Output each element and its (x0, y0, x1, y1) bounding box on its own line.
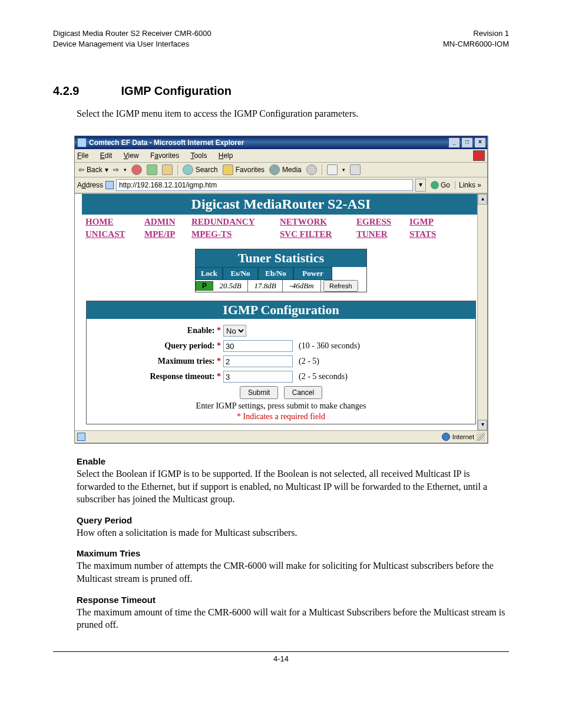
tuner-refresh-button[interactable] (323, 280, 358, 292)
cancel-button[interactable] (284, 386, 322, 399)
search-icon (183, 164, 193, 175)
internet-zone-label: Internet (452, 433, 474, 440)
desc-query-text: How often a solicitation is made for Mul… (77, 526, 509, 539)
tuner-lock-value: P (196, 281, 213, 291)
menu-edit[interactable]: Edit (100, 151, 113, 160)
menu-view[interactable]: View (124, 151, 139, 160)
query-period-input[interactable] (223, 340, 293, 352)
mail-icon[interactable] (327, 164, 338, 175)
home-icon[interactable] (162, 164, 173, 175)
header-right-2: MN-CMR6000-IOM (443, 39, 509, 50)
links-button[interactable]: Links » (455, 181, 485, 189)
section-number: 4.2.9 (53, 84, 118, 98)
address-input[interactable] (116, 179, 413, 191)
browser-window: Comtech EF Data - Microsoft Internet Exp… (74, 136, 488, 443)
response-timeout-input[interactable] (223, 371, 293, 383)
tuner-col-ebno: Eb/No (258, 267, 293, 280)
nav-network[interactable]: NETWORK (276, 216, 353, 228)
stop-icon[interactable] (131, 164, 142, 175)
desc-enable-heading: Enable (77, 456, 509, 466)
footer-rule (53, 651, 509, 652)
go-button[interactable]: Go (428, 181, 452, 189)
nav-admin[interactable]: ADMIN (141, 216, 188, 228)
section-heading: 4.2.9 IGMP Configuration (53, 84, 509, 98)
header-left-2: Device Management via User Interfaces (53, 39, 211, 50)
maximize-button[interactable]: □ (461, 137, 473, 148)
browser-statusbar: Internet (75, 430, 487, 443)
desc-tries-heading: Maximum Tries (77, 548, 509, 558)
minimize-button[interactable]: _ (448, 137, 460, 148)
vertical-scrollbar[interactable]: ▴ ▾ (477, 194, 487, 430)
query-hint: (10 - 360 seconds) (299, 341, 360, 351)
tuner-ebno-value: 17.8dB (248, 280, 283, 292)
media-icon (269, 164, 280, 175)
nav-unicast[interactable]: UNICAST (82, 228, 141, 241)
tuner-col-esno: Es/No (223, 267, 258, 280)
desc-tries-text: The maximum number of attempts the CMR-6… (77, 559, 509, 585)
descriptions: Enable Select the Boolean if IGMP is to … (77, 456, 509, 631)
nav-stats[interactable]: STATS (406, 228, 453, 241)
titlebar: Comtech EF Data - Microsoft Internet Exp… (75, 136, 487, 149)
tuner-esno-value: 20.5dB (213, 280, 248, 292)
page-number: 4-14 (53, 654, 509, 663)
nav-redundancy[interactable]: REDUNDANCY (188, 216, 276, 228)
nav-home[interactable]: HOME (82, 216, 141, 228)
igmp-config-panel: IGMP Configuration Enable: * No Query pe… (86, 301, 476, 424)
menubar: File Edit View Favorites Tools Help (75, 149, 487, 163)
scroll-down-button[interactable]: ▾ (478, 420, 487, 430)
intro-text: Select the IGMP menu item to access the … (77, 108, 509, 119)
submit-button[interactable] (240, 386, 278, 399)
nav-egress[interactable]: EGRESS (353, 216, 406, 228)
print-icon[interactable] (350, 164, 361, 175)
tuner-col-lock: Lock (196, 267, 223, 280)
resize-grip-icon[interactable] (477, 433, 485, 441)
tuner-col-power: Power (293, 267, 332, 280)
required-note: * Indicates a required field (91, 412, 471, 421)
menu-tools[interactable]: Tools (190, 151, 207, 160)
desc-timeout-text: The maximum amount of time the CMR-6000 … (77, 606, 509, 631)
favorites-icon (223, 164, 233, 175)
address-dropdown-button[interactable]: ▾ (415, 179, 426, 192)
refresh-icon[interactable] (147, 164, 157, 175)
header-right-1: Revision 1 (443, 28, 509, 39)
desc-timeout-heading: Response Timeout (77, 595, 509, 605)
nav-mpegts[interactable]: MPEG-TS (188, 228, 276, 241)
query-label: Query period: (164, 341, 214, 350)
forward-button[interactable]: ⇨ (113, 166, 119, 174)
window-title: Comtech EF Data - Microsoft Internet Exp… (89, 139, 244, 147)
tries-label: Maximum tries: (158, 357, 215, 365)
browser-toolbar: ⇦ Back ▾ ⇨ ▾ Search Favorites Media ▾ (75, 163, 487, 177)
enable-label: Enable: (187, 326, 215, 335)
page-icon (105, 181, 114, 189)
menu-favorites[interactable]: Favorites (150, 151, 179, 160)
scroll-up-button[interactable]: ▴ (478, 194, 487, 205)
timeout-label: Response timeout: (150, 372, 214, 381)
tuner-title: Tuner Statistics (196, 249, 366, 267)
igmp-title: IGMP Configuration (87, 301, 475, 319)
search-button[interactable]: Search (183, 164, 218, 175)
max-tries-input[interactable] (223, 355, 293, 367)
timeout-hint: (2 - 5 seconds) (299, 372, 348, 381)
tuner-statistics-panel: Tuner Statistics Lock Es/No Eb/No Power … (195, 249, 367, 292)
tuner-power-value: -46dBm (283, 280, 321, 292)
nav-svcfilter[interactable]: SVC FILTER (276, 228, 353, 241)
tries-hint: (2 - 5) (299, 357, 319, 366)
history-icon[interactable] (306, 164, 317, 175)
close-button[interactable]: × (474, 137, 486, 148)
address-label: Address (77, 181, 103, 189)
form-note: Enter IGMP settings, press submit to mak… (91, 401, 471, 411)
enable-select[interactable]: No (223, 325, 246, 337)
menu-file[interactable]: File (77, 151, 88, 160)
section-title: IGMP Configuration (121, 84, 232, 97)
desc-enable-text: Select the Boolean if IGMP is to be supp… (77, 467, 509, 506)
nav-tuner[interactable]: TUNER (353, 228, 406, 241)
go-icon (431, 181, 439, 189)
nav-mpeip[interactable]: MPE/IP (141, 228, 188, 241)
media-button[interactable]: Media (269, 164, 302, 175)
back-button[interactable]: ⇦ Back ▾ (78, 166, 108, 174)
nav-igmp[interactable]: IGMP (406, 216, 453, 228)
favorites-button[interactable]: Favorites (223, 164, 265, 175)
menu-help[interactable]: Help (219, 151, 233, 160)
doc-header: Digicast Media Router S2 Receiver CMR-60… (53, 28, 509, 49)
desc-query-heading: Query Period (77, 515, 509, 525)
